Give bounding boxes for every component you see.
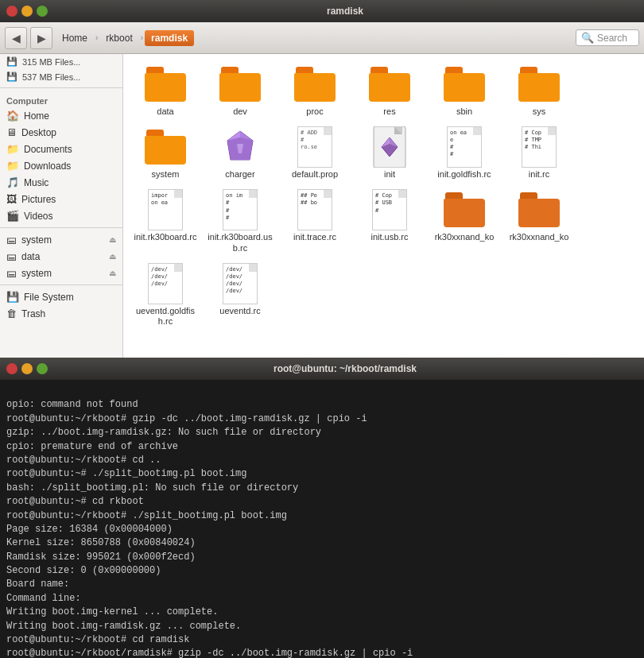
terminal-content[interactable]: opio: command not found root@ubuntu:~/rk…	[0, 380, 644, 658]
maximize-button[interactable]	[37, 6, 48, 17]
folder-icon-rk30xxnand-1	[444, 192, 485, 227]
sidebar-label-desktop: Desktop	[21, 127, 116, 138]
file-item-ueventd-rc[interactable]: /dev//dev//dev//dev/ ueventd.rc	[204, 260, 276, 330]
file-item-proc[interactable]: proc	[279, 60, 351, 120]
file-item-sys[interactable]: sys	[503, 60, 575, 120]
home-icon: 🏠	[6, 110, 19, 122]
breadcrumb-home[interactable]: Home	[56, 30, 94, 46]
back-button[interactable]: ◀	[5, 27, 27, 49]
file-item-charger[interactable]: charger	[204, 123, 276, 183]
file-name-init: init	[384, 169, 395, 180]
file-name-charger: charger	[225, 169, 254, 180]
folder-icon-proc	[294, 67, 336, 102]
terminal-close-button[interactable]	[6, 363, 17, 374]
hdd-icon-3: 🖴	[6, 267, 17, 279]
sidebar-item-system1[interactable]: 🖴 system ⏏	[0, 231, 122, 248]
file-item-init-trace-rc[interactable]: ## Pe## bo init.trace.rc	[279, 186, 351, 256]
eject-btn-2[interactable]: ⏏	[109, 252, 116, 261]
file-item-rk30xxnand-ko-2[interactable]: rk30xxnand_ko	[503, 186, 575, 256]
file-item-sbin[interactable]: sbin	[429, 60, 500, 120]
file-item-dev[interactable]: dev	[204, 60, 276, 120]
trash-icon: 🗑	[6, 308, 17, 319]
file-name-rk30xxnand-ko-2: rk30xxnand_ko	[510, 232, 569, 242]
rc-file-icon-init: # Cop# TMP# Thi	[522, 126, 557, 168]
close-button[interactable]	[6, 6, 17, 17]
folder-icon-dev	[219, 67, 261, 102]
terminal-area[interactable]: opio: command not found root@ubuntu:~/rk…	[0, 380, 644, 658]
sidebar-item-downloads[interactable]: 📁 Downloads	[0, 157, 122, 174]
file-item-init-rc[interactable]: # Cop# TMP# Thi init.rc	[503, 123, 575, 183]
file-name-init-rk30board-rc: init.rk30board.rc	[134, 232, 197, 242]
init-icon	[370, 126, 409, 168]
sidebar-label-pictures: Pictures	[21, 194, 116, 205]
file-name-init-goldfish-rc: init.goldfish.rc	[437, 169, 491, 180]
breadcrumb-rkboot[interactable]: rkboot	[99, 30, 138, 46]
file-item-init[interactable]: init	[354, 123, 425, 183]
forward-button[interactable]: ▶	[30, 27, 52, 49]
breadcrumb-ramdisk[interactable]: ramdisk	[145, 30, 194, 46]
file-name-data: data	[157, 106, 173, 117]
file-item-init-rk30board-rc[interactable]: imporon ea init.rk30board.rc	[130, 186, 201, 256]
rc-file-icon-goldfish: on eae##	[447, 126, 482, 168]
sidebar-item-data[interactable]: 🖴 data ⏏	[0, 248, 122, 265]
drive-label: 315 MB Files...	[22, 57, 80, 67]
search-icon: 🔍	[581, 32, 594, 44]
file-item-data[interactable]: data	[130, 60, 201, 120]
sidebar: 💾 315 MB Files... 💾 537 MB Files... Comp…	[0, 54, 123, 358]
folder-icon-sbin	[444, 67, 485, 102]
drive-item-315[interactable]: 💾 315 MB Files...	[0, 54, 122, 69]
drive-item-537[interactable]: 💾 537 MB Files...	[0, 69, 122, 84]
file-item-res[interactable]: res	[354, 60, 425, 120]
drive-icon-2: 💾	[6, 72, 17, 82]
window-controls	[6, 6, 48, 17]
sidebar-divider-1	[0, 87, 122, 88]
filesystem-icon: 💾	[6, 291, 19, 303]
sidebar-item-documents[interactable]: 📁 Documents	[0, 141, 122, 157]
sidebar-item-filesystem[interactable]: 💾 File System	[0, 288, 122, 305]
sidebar-item-videos[interactable]: 🎬 Videos	[0, 207, 122, 224]
file-name-init-usb-rc: init.usb.rc	[370, 232, 408, 242]
file-name-ueventd-goldfish-rc: ueventd.goldfish.rc	[133, 306, 198, 327]
file-grid: data dev proc	[123, 54, 644, 358]
sidebar-item-pictures[interactable]: 🖼 Pictures	[0, 191, 122, 207]
terminal-title: root@ubuntu: ~/rkboot/ramdisk	[52, 363, 638, 374]
folder-icon-system	[145, 130, 186, 164]
charger-icon	[221, 128, 259, 166]
hdd-icon-2: 🖴	[6, 250, 17, 262]
sidebar-item-trash[interactable]: 🗑 Trash	[0, 305, 122, 322]
rc-file-icon-rk30board-usb: on im###	[223, 189, 258, 230]
file-name-default-prop: default.prop	[292, 169, 338, 180]
breadcrumb: Home › rkboot › ramdisk	[56, 30, 194, 46]
file-item-init-goldfish-rc[interactable]: on eae## init.goldfish.rc	[429, 123, 500, 183]
file-name-system: system	[152, 169, 180, 180]
sidebar-label-system2: system	[21, 268, 104, 279]
rc-file-icon-rk30board: imporon ea	[148, 189, 183, 230]
sidebar-label-home: Home	[24, 110, 116, 122]
sidebar-item-system2[interactable]: 🖴 system ⏏	[0, 265, 122, 281]
file-item-system[interactable]: system	[130, 123, 201, 183]
file-name-init-rc: init.rc	[529, 169, 549, 180]
file-item-rk30xxnand-ko-1[interactable]: rk30xxnand_ko	[429, 186, 500, 256]
file-name-proc: proc	[306, 106, 323, 117]
terminal-min-button[interactable]	[21, 363, 33, 374]
eject-btn-1[interactable]: ⏏	[109, 235, 116, 244]
drive-icon: 💾	[6, 56, 17, 67]
eject-btn-3[interactable]: ⏏	[109, 269, 116, 277]
terminal-max-button[interactable]	[37, 363, 48, 374]
file-name-rk30xxnand-ko-1: rk30xxnand_ko	[435, 232, 495, 242]
sidebar-item-desktop[interactable]: 🖥 Desktop	[0, 124, 122, 141]
minimize-button[interactable]	[21, 6, 33, 17]
sidebar-item-music[interactable]: 🎵 Music	[0, 174, 122, 191]
desktop-icon: 🖥	[6, 126, 17, 138]
file-item-init-usb-rc[interactable]: # Cop# USB# init.usb.rc	[354, 186, 425, 256]
sidebar-label-trash: Trash	[21, 308, 116, 319]
search-area[interactable]: 🔍 Search	[576, 29, 639, 46]
rc-file-icon-usb: # Cop# USB#	[372, 189, 407, 230]
sidebar-label-videos: Videos	[24, 211, 116, 222]
terminal-output: opio: command not found root@ubuntu:~/rk…	[6, 399, 413, 658]
file-item-default-prop[interactable]: # ADD#ro.se default.prop	[279, 123, 351, 183]
sidebar-divider-2	[0, 227, 122, 228]
file-item-ueventd-goldfish-rc[interactable]: /dev//dev//dev/ ueventd.goldfish.rc	[130, 260, 201, 330]
sidebar-item-home[interactable]: 🏠 Home	[0, 107, 122, 124]
file-item-init-rk30board-usb-rc[interactable]: on im### init.rk30board.usb.rc	[204, 186, 276, 256]
